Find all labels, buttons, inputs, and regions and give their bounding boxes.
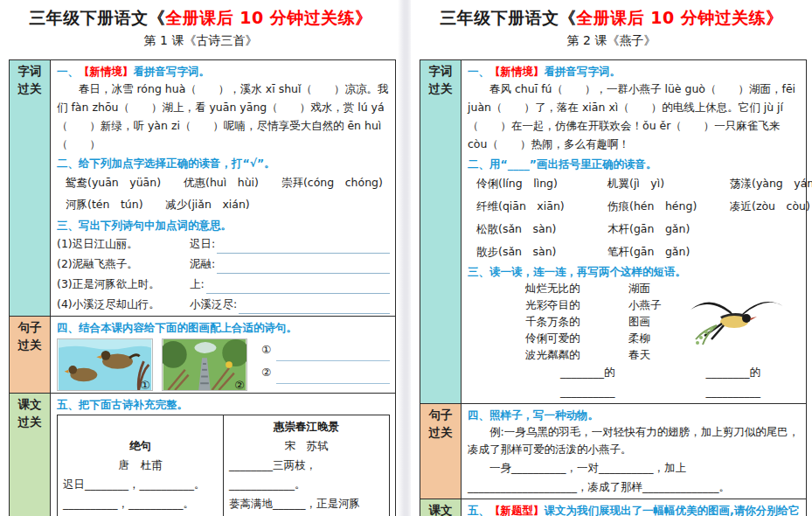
matching-blanks: ________的__________ ________的__________: [525, 363, 801, 401]
new-type-tag: 【新题型】: [489, 504, 545, 516]
text-section-cell: 五、【新题型】课文为我们展现出了一幅幅优美的图画,请你分别给它们取个名字。: [462, 499, 807, 516]
section-label-sentence: 句子过关: [10, 317, 51, 394]
new-context-tag: 【新情境】: [489, 65, 545, 78]
question-1-body: 春日，冰雪 róng huà（ ），溪水 xī shuǐ（ ）凉凉。我们 fàn…: [57, 80, 390, 153]
question-2-heading: 二、给下列加点字选择正确的读音，打“√”。: [57, 155, 390, 171]
section-label-text: 课文过关: [420, 499, 462, 516]
question-2-row2: 河豚(tén tún) 减少(jiǎn xián): [57, 193, 390, 215]
question-4-heading: 四、照样子，写一种动物。: [468, 407, 801, 423]
question-4-heading: 四、结合本课内容给下面的图画配上合适的诗句。: [57, 319, 390, 336]
poem-line: __________，__________。: [63, 494, 218, 513]
title-highlight: 全册课后 10 分钟过关练》: [165, 8, 372, 27]
sentence-section-cell: 四、结合本课内容给下面的图画配上合适的诗句。: [51, 317, 396, 394]
pinyin-choice: 笔杆(gān gǎn): [607, 241, 730, 263]
pinyin-choice: 松散(sǎn sàn): [476, 218, 607, 241]
poem-title: 绝句: [63, 436, 218, 456]
pinyin-choice: 机翼(jì yì): [607, 172, 730, 195]
pinyin-choice: 凑近(zòu còu): [730, 195, 812, 218]
lesson-subtitle: 第 2 课《燕子》: [411, 30, 812, 53]
section-label-words: 字词过关: [420, 60, 462, 404]
title-prefix: 三年级下册语文《: [440, 8, 576, 27]
question-4-answers: ① ②: [256, 338, 390, 391]
ducks-illustration: [58, 339, 152, 390]
words-section-cell: 一、【新情境】看拼音写字词。 春日，冰雪 róng huà（ ），溪水 xī s…: [51, 60, 396, 317]
answer-line: [217, 239, 390, 254]
pinyin-choice: 木杆(gān gǎn): [607, 218, 730, 241]
poem-title: 惠崇春江晚景: [229, 417, 384, 436]
question-3-item: (1)迟日江山丽。 迟日:: [57, 234, 390, 254]
answer-line: [276, 369, 390, 384]
page-title: 三年级下册语文《全册课后 10 分钟过关练》: [0, 0, 401, 30]
answer-line: [206, 279, 390, 294]
pinyin-choice: 纤维(qiān xiān): [476, 195, 607, 218]
title-highlight: 全册课后 10 分钟过关练》: [576, 8, 783, 27]
section-label-sentence: 句子过关: [420, 404, 462, 499]
pinyin-choice: 减少(jiǎn xián): [166, 193, 250, 215]
question-2-heading: 二、用“____”画出括号里正确的读音。: [468, 156, 801, 172]
question-1-heading: 一、【新情境】看拼音写字词。: [57, 63, 390, 80]
question-3-heading: 三、读一读，连一连，再写两个这样的短语。: [468, 263, 801, 280]
answer-line: [239, 299, 390, 314]
garden-image: ②: [162, 338, 247, 391]
question-1-heading: 一、【新情境】看拼音写字词。: [468, 63, 801, 80]
question-4-fill: 一身__________，一对__________，加上____________…: [468, 458, 801, 497]
section-label-text: 课文过关: [10, 394, 51, 516]
answer-line: [217, 259, 390, 274]
poem-cell-huichong: 惠崇春江晚景 宋 苏轼 ________三两枝，____________。 蒌蒿…: [224, 415, 390, 516]
pinyin-choice: 伤痕(hén héng): [607, 195, 730, 218]
sentence-section-cell: 四、照样子，写一种动物。 例:一身乌黑的羽毛，一对轻快有力的翅膀，加上剪刀似的尾…: [462, 404, 807, 499]
question-3-item: (2)泥融飞燕子。 泥融:: [57, 254, 390, 274]
pinyin-choice: [730, 241, 812, 263]
swallow-image: [685, 287, 788, 352]
question-5-heading: 五、把下面古诗补充完整。: [57, 396, 390, 413]
pinyin-choice: 崇拜(cóng chóng): [281, 171, 383, 193]
pinyin-choice: [730, 218, 812, 241]
answer-line: [276, 346, 390, 361]
worksheet-table: 字词过关 一、【新情境】看拼音写字词。 春风 chuī fú（ ），一群小燕子 …: [420, 59, 807, 516]
pinyin-choice: 河豚(tén tún): [66, 193, 143, 215]
question-4-example: 例:一身乌黑的羽毛，一对轻快有力的翅膀，加上剪刀似的尾巴，凑成了那样可爱的活泼的…: [468, 423, 801, 458]
poem-cell-jueju: 绝句 唐 杜甫 迟日________，__________。 _________…: [58, 415, 224, 516]
section-label-words: 字词过关: [10, 60, 51, 317]
question-1-body: 春风 chuī fú（ ），一群小燕子 lüè guò（ ）湖面，fēi juà…: [468, 80, 801, 153]
title-prefix: 三年级下册语文《: [29, 8, 165, 27]
question-2-row1: 鸳鸯(yuān yüān) 优惠(huì hùi) 崇拜(cóng chóng): [57, 171, 390, 193]
page-title: 三年级下册语文《全册课后 10 分钟过关练》: [411, 0, 812, 30]
question-3-matching: 灿烂无比的 光彩夺目的 千条万条的 伶俐可爱的 波光粼粼的 湖面 小燕子 图画 …: [468, 280, 801, 401]
worksheet-table: 字词过关 一、【新情境】看拼音写字词。 春日，冰雪 róng huà（ ），溪水…: [9, 59, 396, 516]
question-3-item: (4)小溪泛尽却山行。 小溪泛尽:: [57, 294, 390, 314]
pinyin-choice: 鸳鸯(yuān yüān): [66, 171, 161, 193]
question-3-heading: 三、写出下列诗句中加点词的意思。: [57, 217, 390, 234]
poem-line: 迟日________，__________。: [63, 475, 218, 494]
words-section-cell: 一、【新情境】看拼音写字词。 春风 chuī fú（ ），一群小燕子 lüè g…: [462, 60, 807, 404]
right-page: 三年级下册语文《全册课后 10 分钟过关练》 第 2 课《燕子》 字词过关 一、…: [411, 0, 812, 516]
pinyin-choice: 优惠(huì hùi): [184, 171, 259, 193]
poem-author: 唐 杜甫: [63, 456, 218, 475]
new-context-tag: 【新情境】: [79, 65, 134, 78]
question-2-grid: 伶俐(líng lìng) 机翼(jì yì) 荡漾(yàng yáng) 纤维…: [468, 172, 801, 263]
question-3-item: (3)正是河豚欲上时。 上:: [57, 274, 390, 294]
matching-left-column: 灿烂无比的 光彩夺目的 千条万条的 伶俐可爱的 波光粼粼的: [525, 280, 628, 363]
left-page: 三年级下册语文《全册课后 10 分钟过关练》 第 1 课《古诗三首》 字词过关 …: [0, 0, 401, 516]
pinyin-choice: 荡漾(yàng yáng): [730, 172, 812, 195]
lesson-subtitle: 第 1 课《古诗三首》: [0, 30, 401, 53]
poem-line: ________三两枝，____________。: [229, 456, 384, 494]
ducks-image: ①: [57, 338, 153, 391]
pinyin-choice: 伶俐(líng lìng): [476, 172, 607, 195]
question-5-heading: 五、【新题型】课文为我们展现出了一幅幅优美的图画,请你分别给它们取个名字。: [468, 502, 801, 516]
poem-author: 宋 苏轼: [229, 436, 384, 456]
text-section-cell: 五、把下面古诗补充完整。 绝句 唐 杜甫 迟日________，________…: [51, 394, 396, 516]
pinyin-choice: 散步(sǎn sàn): [476, 241, 607, 263]
poem-line: 蒌蒿满地______，正是河豚______。: [229, 494, 384, 516]
poem-completion-table: 绝句 唐 杜甫 迟日________，__________。 _________…: [57, 415, 390, 516]
